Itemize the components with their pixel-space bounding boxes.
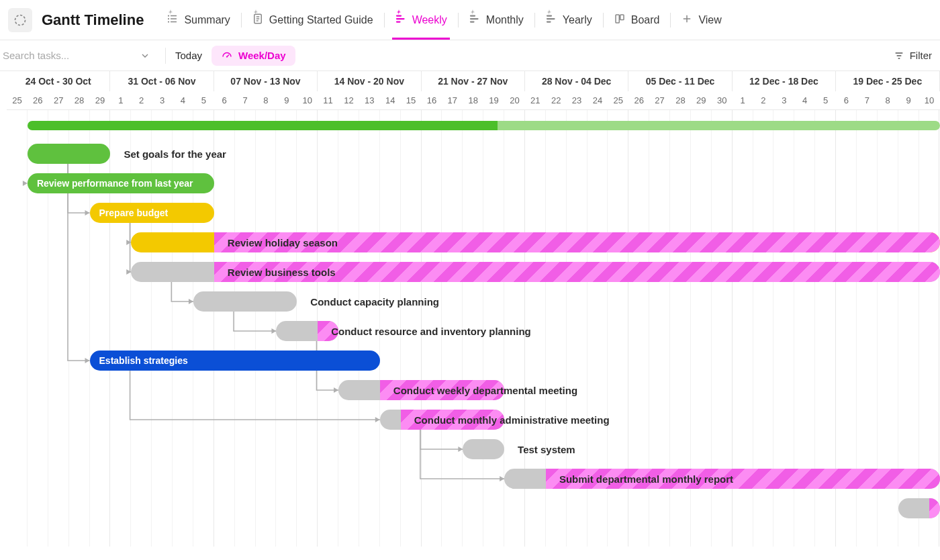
day-header: 1 bbox=[733, 91, 753, 109]
pin-icon bbox=[547, 9, 552, 15]
day-header: 6 bbox=[214, 91, 235, 109]
week-header: 21 Nov - 27 Nov bbox=[422, 71, 525, 91]
task-label: Submit departmental monthly report bbox=[551, 469, 733, 489]
tab-summary[interactable]: Summary bbox=[156, 0, 240, 40]
toolbar: Today Week/Day Filter bbox=[0, 40, 940, 71]
svg-point-2 bbox=[168, 17, 169, 19]
tab-label: Weekly bbox=[412, 14, 447, 26]
tab-monthly[interactable]: Monthly bbox=[458, 0, 534, 40]
day-header: 17 bbox=[442, 91, 463, 109]
task-bar[interactable] bbox=[28, 144, 111, 164]
day-header: 21 bbox=[525, 91, 546, 109]
day-header: 12 bbox=[338, 91, 359, 109]
day-header: 26 bbox=[628, 91, 649, 109]
task-bar[interactable]: Prepare budget bbox=[90, 203, 214, 223]
filter-icon bbox=[894, 50, 904, 61]
app-header: Gantt Timeline SummaryGetting Started Gu… bbox=[0, 0, 940, 40]
gauge-icon bbox=[221, 50, 233, 62]
day-header: 30 bbox=[712, 91, 733, 109]
task-label: Conduct monthly administrative meeting bbox=[406, 410, 610, 430]
day-header: 27 bbox=[48, 91, 69, 109]
day-header: 10 bbox=[297, 91, 318, 109]
task-bar[interactable]: Review performance from last year bbox=[28, 173, 214, 193]
tab-view[interactable]: View bbox=[670, 0, 732, 40]
task-label: Prepare budget bbox=[99, 207, 169, 218]
tab-board[interactable]: Board bbox=[603, 0, 671, 40]
gantt-bars: Set goals for the yearReview performance… bbox=[7, 110, 940, 547]
filter-label: Filter bbox=[910, 50, 932, 61]
day-header: 22 bbox=[546, 91, 567, 109]
summary-progress-bar[interactable] bbox=[28, 121, 940, 130]
week-header: 07 Nov - 13 Nov bbox=[214, 71, 318, 91]
day-header: 27 bbox=[649, 91, 670, 109]
day-header: 14 bbox=[380, 91, 401, 109]
day-header: 15 bbox=[401, 91, 422, 109]
page-title: Gantt Timeline bbox=[42, 11, 144, 29]
day-header: 6 bbox=[836, 91, 857, 109]
week-header: 28 Nov - 04 Dec bbox=[525, 71, 628, 91]
today-button[interactable]: Today bbox=[175, 50, 202, 61]
spinner-icon bbox=[13, 13, 27, 27]
weeks-row: 24 Oct - 30 Oct31 Oct - 06 Nov07 Nov - 1… bbox=[7, 71, 940, 91]
day-header: 4 bbox=[173, 91, 193, 109]
pin-icon bbox=[396, 9, 402, 15]
task-bar[interactable] bbox=[898, 498, 940, 518]
day-header: 3 bbox=[773, 91, 794, 109]
day-header: 10 bbox=[919, 91, 940, 109]
tab-weekly[interactable]: Weekly bbox=[384, 0, 458, 40]
day-header: 24 bbox=[588, 91, 608, 109]
search-input[interactable] bbox=[3, 50, 140, 61]
filter-button[interactable]: Filter bbox=[894, 50, 932, 61]
tab-label: Summary bbox=[184, 14, 230, 26]
scale-label: Week/Day bbox=[238, 50, 286, 61]
day-header: 25 bbox=[7, 91, 28, 109]
day-header: 5 bbox=[193, 91, 214, 109]
day-header: 8 bbox=[878, 91, 898, 109]
tab-label: Monthly bbox=[486, 14, 524, 26]
pin-icon bbox=[470, 9, 475, 15]
task-label: Test system bbox=[510, 439, 575, 459]
task-label: Review business tools bbox=[220, 262, 336, 282]
pin-icon bbox=[168, 9, 173, 15]
day-header: 13 bbox=[359, 91, 380, 109]
tab-label: Board bbox=[631, 14, 660, 26]
tab-label: Yearly bbox=[563, 14, 592, 26]
day-header: 25 bbox=[608, 91, 628, 109]
day-header: 7 bbox=[857, 91, 878, 109]
scale-selector[interactable]: Week/Day bbox=[211, 46, 295, 66]
task-bar[interactable] bbox=[193, 291, 297, 312]
day-header: 9 bbox=[898, 91, 919, 109]
day-header: 16 bbox=[422, 91, 442, 109]
day-header: 8 bbox=[256, 91, 277, 109]
day-header: 1 bbox=[110, 91, 131, 109]
tab-getting-started-guide[interactable]: Getting Started Guide bbox=[241, 0, 384, 40]
board-icon bbox=[614, 13, 626, 28]
day-header: 26 bbox=[28, 91, 48, 109]
svg-rect-6 bbox=[620, 15, 623, 20]
day-header: 28 bbox=[69, 91, 90, 109]
task-bar[interactable] bbox=[463, 439, 504, 459]
day-header: 5 bbox=[815, 91, 836, 109]
week-header: 12 Dec - 18 Dec bbox=[733, 71, 836, 91]
search-wrap bbox=[0, 40, 156, 71]
day-header: 28 bbox=[670, 91, 691, 109]
day-header: 9 bbox=[276, 91, 297, 109]
tab-label: Getting Started Guide bbox=[269, 14, 373, 26]
task-label bbox=[935, 498, 940, 518]
task-label: Conduct capacity planning bbox=[302, 291, 439, 312]
task-label: Review holiday season bbox=[220, 232, 338, 252]
gantt-chart[interactable]: Set goals for the yearReview performance… bbox=[7, 110, 940, 547]
view-tabs: SummaryGetting Started GuideWeeklyMonthl… bbox=[156, 0, 732, 40]
tab-yearly[interactable]: Yearly bbox=[534, 0, 603, 40]
week-header: 05 Dec - 11 Dec bbox=[628, 71, 732, 91]
pin-icon bbox=[253, 9, 258, 15]
day-header: 19 bbox=[483, 91, 504, 109]
chevron-down-icon[interactable] bbox=[140, 50, 150, 61]
day-header: 29 bbox=[691, 91, 712, 109]
timeline-header: 24 Oct - 30 Oct31 Oct - 06 Nov07 Nov - 1… bbox=[0, 71, 940, 110]
svg-point-3 bbox=[168, 21, 169, 22]
task-label: Establish strategies bbox=[99, 355, 188, 366]
day-header: 7 bbox=[235, 91, 256, 109]
week-header: 24 Oct - 30 Oct bbox=[7, 71, 110, 91]
task-bar[interactable]: Establish strategies bbox=[90, 351, 380, 371]
